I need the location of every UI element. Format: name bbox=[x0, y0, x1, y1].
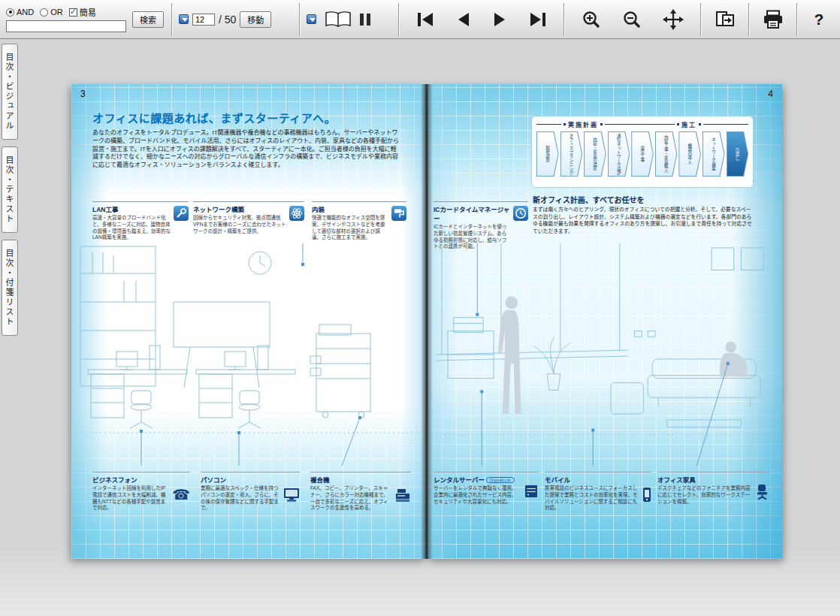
feature-interior: 内装 快適で機能的なオフィス空間を提案。デザインやコストなどを考慮して適切な部材… bbox=[312, 201, 406, 241]
office-illustration-right bbox=[434, 243, 776, 466]
flow-phase-label: 施工 bbox=[681, 120, 696, 128]
and-radio-circle bbox=[6, 8, 14, 17]
feature-network: ネットワーク構築 回線からセキュリティ対策、拠点間通信VPNまでお客様のニーズに… bbox=[193, 201, 304, 234]
feature-business-phone: ビジネスフォン インターネット回線を利用したIP電話で通信コストを大幅削減。機器… bbox=[92, 472, 190, 512]
pan-icon[interactable] bbox=[663, 9, 684, 30]
navigation-group bbox=[400, 0, 564, 38]
and-radio[interactable]: AND bbox=[6, 8, 34, 17]
page-total-label: / 50 bbox=[219, 14, 236, 26]
flow-phase-plan: 実施計画 bbox=[536, 120, 630, 128]
office-chair-icon bbox=[755, 478, 770, 505]
and-label: AND bbox=[17, 8, 34, 17]
feature-copier: 複合機 FAX、コピー、プリンター、スキャナー、さらにカラー対応機種まで。一台で… bbox=[310, 472, 411, 512]
feature-title: オフィス家具 bbox=[657, 475, 752, 484]
phone-icon bbox=[172, 478, 190, 512]
flow-step: ネットワーク構築 bbox=[703, 131, 725, 177]
or-radio[interactable]: OR bbox=[40, 8, 63, 17]
feature-office-furniture: オフィス家具 デスクチェアなどのファニチアを業務内容に応じてセレクト。効率的なワ… bbox=[657, 472, 770, 505]
feature-title: ネットワーク構築 bbox=[193, 204, 286, 213]
feature-desc: FAX、コピー、プリンター、スキャナー、さらにカラー対応機種まで。一台で多彩なニ… bbox=[310, 485, 391, 512]
page-dropdown-icon[interactable] bbox=[179, 14, 189, 24]
feature-desc: 携帯電話のビジネスユースにフォーカスした提案で業務とコストの効率化を実現。モバイ… bbox=[545, 485, 639, 512]
prev-page-icon[interactable] bbox=[456, 12, 471, 27]
sidebar: 目次・ビジュアル 目次・テキスト 目次・付箋リスト bbox=[2, 44, 21, 343]
feature-desc: 業務に最適なスペック・仕様を持つパソコンの選定・導入。さらに、その後の保守管理な… bbox=[201, 485, 280, 512]
or-label: OR bbox=[50, 8, 63, 17]
move-button[interactable]: 移動 bbox=[240, 11, 271, 28]
print-icon[interactable] bbox=[763, 10, 784, 29]
feature-title: 内装 bbox=[312, 204, 388, 213]
server-icon bbox=[524, 478, 539, 505]
zoom-in-icon[interactable] bbox=[582, 10, 601, 29]
view-dropdown-icon[interactable] bbox=[307, 14, 316, 24]
right-page-number: 4 bbox=[768, 89, 773, 99]
digitallink-badge: DigitalLink bbox=[486, 477, 515, 483]
sidebar-tab-toc-bookmarks[interactable]: 目次・付箋リスト bbox=[2, 240, 18, 336]
pause-icon[interactable] bbox=[360, 14, 370, 26]
page-number-input[interactable] bbox=[192, 14, 215, 26]
feature-desc: 高速・大容量のブロードバンド化と、多様なニーズに対応。建物自体の設備・環境面も踏… bbox=[92, 215, 171, 241]
feature-title: ICカードタイムマネージャー bbox=[434, 204, 510, 222]
zoom-out-icon[interactable] bbox=[622, 10, 642, 29]
book-spine bbox=[421, 84, 433, 559]
flow-phase-label: 実施計画 bbox=[568, 120, 598, 128]
flow-step: 通信ネットワーク設計 bbox=[608, 131, 630, 177]
flow-step: オフィスプランニング bbox=[561, 131, 583, 177]
or-radio-circle bbox=[40, 8, 48, 17]
plan-title: 新オフィス計画、すべてお任せを bbox=[533, 194, 644, 205]
mobile-icon bbox=[642, 478, 651, 512]
feature-title: パソコン bbox=[201, 475, 280, 484]
book-spread-icon[interactable] bbox=[324, 11, 352, 29]
flow-diagram: 実施計画 施工 現状調査 オフィスプランニング 内装・家具の選定 通信ネットワー… bbox=[531, 116, 754, 188]
print-group bbox=[750, 0, 796, 38]
feature-title: LAN工事 bbox=[92, 204, 171, 213]
feature-title: レンタルサーバーDigitalLink bbox=[434, 475, 521, 484]
export-page-icon[interactable] bbox=[715, 10, 736, 29]
first-page-icon[interactable] bbox=[416, 12, 434, 27]
feature-desc: インターネット回線を利用したIP電話で通信コストを大幅削減。機器もNTTなどの各… bbox=[92, 485, 169, 512]
wrench-icon bbox=[174, 206, 189, 221]
feature-desc: デスクチェアなどのファニチアを業務内容に応じてセレクト。効率的なワークステーショ… bbox=[657, 485, 752, 505]
book-spread: 3 オフィスに課題あれば、まずスターティアへ。 あなたのオフィスをトータルプロデ… bbox=[71, 84, 782, 559]
search-group: AND OR 簡易 検索 bbox=[0, 0, 171, 38]
last-page-icon[interactable] bbox=[529, 12, 547, 27]
easy-label: 簡易 bbox=[80, 6, 96, 18]
right-page[interactable]: 4 実施計画 施工 現状調査 オフィ bbox=[428, 84, 782, 559]
feature-pc: パソコン 業務に最適なスペック・仕様を持つパソコンの選定・導入。さらに、その後の… bbox=[201, 472, 300, 512]
office-illustration-left bbox=[77, 243, 420, 466]
help-icon[interactable]: ? bbox=[814, 11, 824, 29]
search-input[interactable] bbox=[6, 20, 126, 32]
page-headline: オフィスに課題あれば、まずスターティアへ。 bbox=[92, 110, 336, 125]
export-group bbox=[702, 0, 748, 38]
copier-icon bbox=[394, 478, 411, 512]
left-page-number: 3 bbox=[80, 89, 86, 99]
easy-checkbox-box bbox=[69, 8, 77, 17]
feature-desc: 快適で機能的なオフィス空間を提案。デザインやコストなどを考慮して適切な部材の選択… bbox=[312, 215, 388, 241]
left-page[interactable]: 3 オフィスに課題あれば、まずスターティアへ。 あなたのオフィスをトータルプロデ… bbox=[71, 84, 426, 559]
view-group bbox=[301, 0, 398, 38]
flow-step: 機器の導入 bbox=[678, 131, 701, 177]
feature-title: 複合機 bbox=[310, 475, 391, 484]
feature-title: モバイル bbox=[545, 475, 639, 484]
plan-body: まずは働く方々へのヒアリング。現状のオフィスについての把握と分析。そして、必要な… bbox=[533, 206, 752, 234]
flow-step: 内装・家具の選定 bbox=[584, 131, 606, 177]
feature-desc: サーバーをレンタルで無駄なく運用。企業内に最適化されたサービス内容、セキュリティ… bbox=[434, 485, 521, 505]
feature-lan: LAN工事 高速・大容量のブロードバンド化と、多様なニーズに対応。建物自体の設備… bbox=[92, 201, 189, 241]
monitor-icon bbox=[283, 478, 300, 512]
paint-roller-icon bbox=[391, 206, 406, 221]
flow-step: 内装工事・家具搬入 bbox=[655, 131, 678, 177]
page-jump-group: / 50 移動 bbox=[173, 0, 299, 38]
sidebar-tab-toc-text[interactable]: 目次・テキスト bbox=[2, 146, 18, 233]
feature-rental-server: レンタルサーバーDigitalLink サーバーをレンタルで無駄なく運用。企業内… bbox=[434, 472, 539, 505]
next-page-icon[interactable] bbox=[492, 12, 507, 27]
easy-mode-checkbox[interactable]: 簡易 bbox=[69, 6, 96, 18]
feature-desc: 回線からセキュリティ対策、拠点間通信VPNまでお客様のニーズに合わせたネットワー… bbox=[193, 215, 286, 234]
help-group: ? bbox=[798, 0, 840, 38]
feature-mobile: モバイル 携帯電話のビジネスユースにフォーカスした提案で業務とコストの効率化を実… bbox=[545, 472, 651, 512]
flow-step: 引渡し bbox=[727, 131, 749, 177]
flow-phase-construction: 施工 bbox=[630, 120, 748, 128]
search-button[interactable]: 検索 bbox=[132, 11, 164, 28]
network-icon bbox=[289, 206, 304, 221]
zoom-group bbox=[565, 0, 700, 38]
sidebar-tab-toc-visual[interactable]: 目次・ビジュアル bbox=[2, 44, 18, 140]
